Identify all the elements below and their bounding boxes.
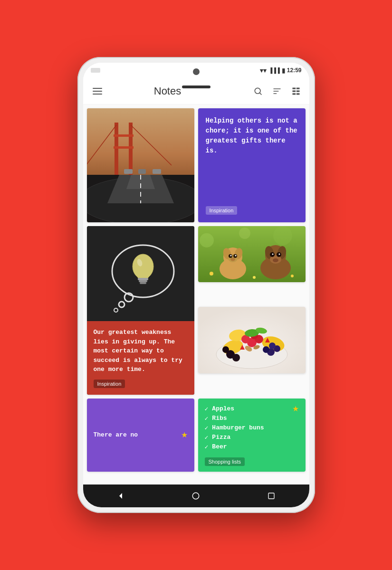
svg-line-1 [259, 93, 261, 95]
recents-icon [268, 492, 275, 500]
grid-icon [291, 86, 301, 96]
svg-point-56 [114, 308, 118, 312]
red-quote-area: Our greatest weakness lies in giving up.… [87, 321, 194, 395]
svg-point-0 [255, 88, 260, 94]
thought-bubble-svg [98, 233, 183, 314]
sort-icon [272, 86, 282, 96]
note-card-lightbulb[interactable]: Our greatest weakness lies in giving up.… [87, 226, 194, 395]
sort-button[interactable] [269, 84, 285, 99]
shopping-item-text-3: Hamburger buns [212, 424, 264, 431]
wifi-icon: ▾▾ [260, 67, 267, 74]
shopping-item-4: ✓ Pizza [205, 433, 264, 442]
back-button[interactable] [111, 486, 130, 505]
svg-rect-5 [292, 87, 296, 89]
svg-rect-60 [140, 282, 146, 284]
app-bar-actions [250, 84, 304, 99]
svg-rect-6 [296, 87, 299, 89]
bottom-nav-bar [83, 484, 309, 507]
shopping-item-text-5: Beer [212, 443, 227, 450]
note-card-dogs[interactable] [198, 226, 306, 282]
svg-point-85 [193, 493, 200, 499]
svg-rect-15 [114, 146, 134, 149]
note-card-fruit[interactable] [198, 307, 306, 373]
svg-point-72 [263, 346, 269, 353]
status-left-spacer [91, 68, 100, 73]
svg-point-76 [232, 354, 240, 361]
phone-speaker [182, 86, 210, 88]
notes-masonry-grid: Helping others is not a chore; it is one… [87, 108, 306, 472]
recents-button[interactable] [262, 486, 281, 505]
svg-point-51 [291, 275, 294, 277]
quote-text-purple: Helping others is not a chore; it is one… [206, 116, 298, 200]
svg-point-47 [272, 254, 273, 255]
tag-badge-shopping[interactable]: Shopping lists [205, 457, 245, 466]
svg-point-37 [230, 255, 231, 256]
svg-point-55 [119, 302, 124, 307]
check-icon-4: ✓ [205, 434, 209, 441]
shopping-item-text-2: Ribs [212, 415, 227, 422]
tag-badge-red[interactable]: Inspiration [94, 380, 125, 388]
shopping-item-1: ✓ Apples [205, 404, 264, 414]
favorite-star-icon[interactable]: ★ [292, 404, 299, 413]
shopping-item-text-1: Apples [212, 405, 234, 412]
check-icon-5: ✓ [205, 443, 209, 451]
shopping-header: ✓ Apples ✓ Ribs ✓ Hamburger buns [205, 404, 299, 452]
home-button[interactable] [186, 486, 205, 505]
svg-point-28 [273, 226, 292, 245]
search-button[interactable] [250, 84, 266, 99]
home-icon [191, 492, 200, 500]
svg-point-48 [278, 254, 280, 255]
shopping-item-3: ✓ Hamburger buns [205, 423, 264, 433]
bridge-image [87, 108, 194, 222]
notes-grid-container[interactable]: Helping others is not a chore; it is one… [83, 104, 309, 484]
svg-rect-24 [138, 169, 146, 174]
svg-rect-10 [296, 93, 299, 95]
note-card-bridge[interactable] [87, 108, 194, 222]
note-card-teaser[interactable]: There are no ★ [87, 399, 194, 472]
red-quote-text: Our greatest weakness lies in giving up.… [94, 328, 188, 374]
note-card-shopping[interactable]: ✓ Apples ✓ Ribs ✓ Hamburger buns [198, 399, 306, 472]
svg-point-29 [239, 228, 250, 239]
note-card-inspiration-purple[interactable]: Helping others is not a chore; it is one… [198, 108, 306, 222]
svg-rect-9 [292, 93, 296, 95]
tag-badge-inspiration[interactable]: Inspiration [206, 206, 238, 215]
svg-point-27 [200, 233, 214, 247]
phone-device: ▾▾ ▐▐▐ ▮ 12:59 Notes [77, 57, 315, 513]
status-time: 12:59 [287, 67, 302, 74]
app-bar: Notes [83, 78, 309, 104]
svg-rect-14 [114, 134, 134, 137]
search-icon [253, 86, 263, 96]
back-icon [116, 492, 125, 500]
fruit-bowl-image [198, 307, 306, 373]
svg-point-50 [210, 272, 213, 276]
svg-rect-86 [268, 493, 274, 499]
svg-marker-84 [119, 493, 122, 499]
svg-point-52 [253, 276, 256, 279]
svg-point-74 [269, 342, 276, 349]
shopping-item-2: ✓ Ribs [205, 414, 264, 423]
teaser-text: There are no [94, 431, 138, 438]
svg-point-38 [235, 255, 236, 256]
svg-point-49 [273, 258, 278, 262]
phone-screen: ▾▾ ▐▐▐ ▮ 12:59 Notes [83, 63, 309, 507]
svg-rect-25 [153, 169, 161, 174]
signal-icon: ▐▐▐ [268, 67, 279, 73]
shopping-item-5: ✓ Beer [205, 442, 264, 452]
check-icon-3: ✓ [205, 424, 209, 432]
svg-rect-8 [296, 90, 299, 92]
svg-point-39 [230, 258, 235, 261]
battery-icon: ▮ [282, 67, 285, 74]
page-title: Notes [85, 85, 250, 97]
view-toggle-button[interactable] [288, 84, 304, 99]
svg-rect-7 [292, 90, 296, 92]
svg-rect-59 [139, 280, 147, 282]
status-right-icons: ▾▾ ▐▐▐ ▮ 12:59 [260, 67, 301, 74]
shopping-item-text-4: Pizza [212, 434, 230, 441]
shopping-items-container: ✓ Apples ✓ Ribs ✓ Hamburger buns [205, 404, 264, 452]
dogs-image [198, 226, 306, 282]
svg-rect-23 [124, 169, 133, 174]
teaser-star-icon[interactable]: ★ [181, 430, 188, 439]
svg-point-77 [222, 346, 229, 353]
svg-rect-58 [138, 278, 148, 280]
lightbulb-image [87, 226, 194, 321]
